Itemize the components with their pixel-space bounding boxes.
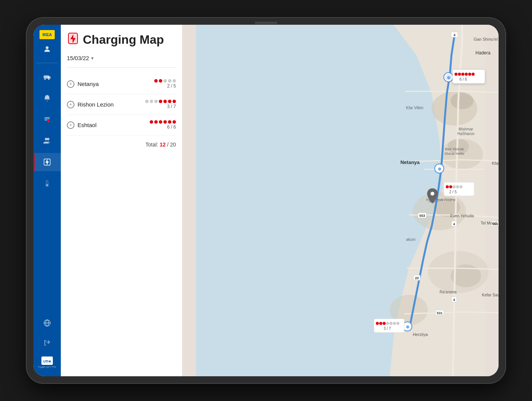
dot-inactive xyxy=(163,79,167,83)
nav-item-logout[interactable] xyxy=(38,334,57,352)
svg-text:Netanya: Netanya xyxy=(401,159,420,165)
globe-icon xyxy=(43,318,52,328)
svg-point-108 xyxy=(461,73,464,76)
list-item[interactable]: Netanya 2 / 5 xyxy=(67,74,176,94)
page-title: Charging Map xyxy=(83,33,164,47)
date-dropdown-chevron[interactable]: ▾ xyxy=(91,56,93,61)
location-right: 2 / 5 xyxy=(154,79,176,89)
fleet-icon xyxy=(43,72,52,81)
profile-icon xyxy=(43,45,52,54)
location-name: Rishon Lezion xyxy=(78,101,114,108)
svg-text:20: 20 xyxy=(415,276,419,280)
dot-active xyxy=(150,120,153,124)
svg-point-11 xyxy=(47,138,49,140)
dot-inactive xyxy=(168,79,171,83)
svg-text:Mishmar: Mishmar xyxy=(459,127,473,131)
nav-item-profile[interactable] xyxy=(33,40,61,58)
location-name: Netanya xyxy=(78,81,99,87)
location-left: Netanya xyxy=(67,80,99,88)
dot-active xyxy=(173,100,176,103)
tablet-screen: IKEA xyxy=(33,25,499,376)
svg-point-125 xyxy=(390,322,393,325)
svg-text:⊕: ⊕ xyxy=(406,325,409,329)
dot-active xyxy=(154,120,158,124)
svg-text:akum: akum xyxy=(406,237,415,242)
location-count: 2 / 5 xyxy=(167,83,176,89)
svg-point-111 xyxy=(472,73,475,76)
svg-point-126 xyxy=(393,322,396,325)
nav-item-fleet[interactable] xyxy=(33,68,61,86)
dot-inactive xyxy=(145,100,149,103)
svg-text:6 / 6: 6 / 6 xyxy=(459,77,467,81)
dot-active xyxy=(163,100,167,103)
nav-item-temperature[interactable] xyxy=(33,174,61,193)
location-left: Eshtaol xyxy=(67,121,97,129)
employees-icon xyxy=(43,136,52,145)
location-right: 3 / 7 xyxy=(145,100,176,109)
dot-active xyxy=(159,100,162,103)
svg-point-106 xyxy=(454,73,458,76)
ikea-logo-text: IKEA xyxy=(43,32,52,37)
uti-subtitle: כלל רכב ותפעול xyxy=(38,366,57,369)
location-right: 6 / 6 xyxy=(150,120,176,130)
dot-active xyxy=(168,120,171,124)
svg-rect-113 xyxy=(444,182,474,196)
svg-text:Beit Yitshak: Beit Yitshak xyxy=(445,147,464,151)
dot-active xyxy=(163,120,167,124)
svg-text:4: 4 xyxy=(453,298,455,302)
separator-1 xyxy=(36,63,58,63)
nav-item-employees[interactable] xyxy=(33,132,61,150)
svg-point-109 xyxy=(465,73,468,76)
svg-point-127 xyxy=(396,322,399,325)
side-panel: Charging Map 15/03/22 ▾ Netanya xyxy=(61,25,182,376)
svg-rect-105 xyxy=(453,70,485,83)
total-row: Total: 12 / 20 xyxy=(67,142,176,148)
map-svg: 4 611 581 6 9 574 57 553 4 55 xyxy=(182,25,499,376)
svg-text:HaSharon: HaSharon xyxy=(457,132,474,136)
list-item[interactable]: Rishon Lezion 3 / 7 xyxy=(67,94,176,115)
dot-inactive xyxy=(154,100,158,103)
svg-text:4: 4 xyxy=(453,222,455,226)
svg-text:⊕: ⊕ xyxy=(447,75,450,80)
dot-active xyxy=(173,120,176,124)
list-item[interactable]: Eshtaol 6 / 6 xyxy=(67,115,176,135)
location-icon xyxy=(67,101,74,108)
nav-item-charging[interactable] xyxy=(33,153,61,171)
list-icon: i xyxy=(43,115,52,124)
tablet-frame: IKEA xyxy=(27,18,505,383)
date-row[interactable]: 15/03/22 ▾ xyxy=(67,55,176,68)
temperature-icon xyxy=(43,179,52,188)
sidebar: IKEA xyxy=(33,25,61,376)
svg-point-123 xyxy=(383,322,386,325)
date-text: 15/03/22 xyxy=(67,55,89,61)
nav-item-globe[interactable] xyxy=(38,314,57,332)
svg-text:2 / 5: 2 / 5 xyxy=(449,190,457,194)
sidebar-nav: i xyxy=(33,40,61,314)
dots-row xyxy=(150,120,176,124)
total-label: Total: xyxy=(146,142,158,148)
svg-point-121 xyxy=(376,322,379,325)
total-current: 12 xyxy=(160,142,166,148)
dot-active xyxy=(159,79,162,83)
svg-point-124 xyxy=(386,322,389,325)
svg-text:Kfar Vitkin: Kfar Vitkin xyxy=(406,106,423,110)
location-left: Rishon Lezion xyxy=(67,101,114,108)
dot-active xyxy=(159,120,162,124)
svg-text:Ra'anana: Ra'anana xyxy=(440,290,457,294)
svg-point-13 xyxy=(46,184,48,186)
svg-point-117 xyxy=(456,185,459,188)
svg-point-115 xyxy=(449,185,452,188)
svg-text:3 / 7: 3 / 7 xyxy=(383,326,391,331)
svg-text:Gan Shmu'el: Gan Shmu'el xyxy=(473,37,497,41)
svg-text:Sha'ar Hefer: Sha'ar Hefer xyxy=(444,151,464,156)
svg-point-10 xyxy=(45,138,47,140)
svg-text:Even Yehuda: Even Yehuda xyxy=(450,213,474,218)
svg-point-4 xyxy=(48,79,50,80)
nav-item-alerts[interactable] xyxy=(33,89,61,107)
svg-point-107 xyxy=(458,73,461,76)
svg-rect-2 xyxy=(48,76,51,79)
nav-item-tasks[interactable]: i xyxy=(33,110,61,129)
svg-text:Hadera: Hadera xyxy=(475,50,491,56)
map-container[interactable]: 4 611 581 6 9 574 57 553 4 55 xyxy=(182,25,499,376)
dots-row xyxy=(145,100,176,103)
